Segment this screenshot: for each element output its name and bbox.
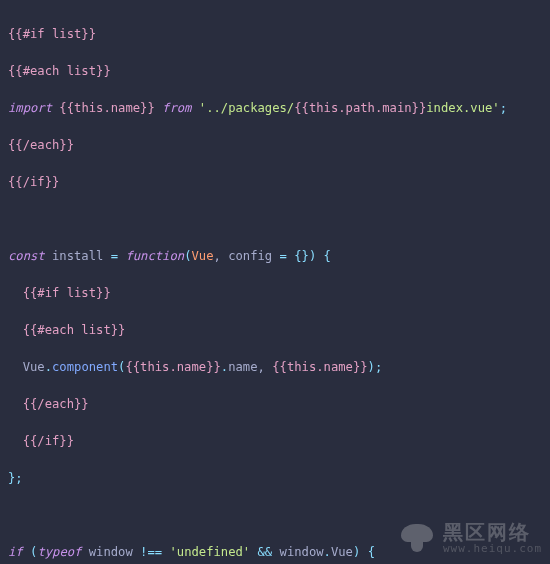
code-line: {{/if}}	[8, 432, 542, 451]
semicolon: ;	[375, 360, 382, 374]
keyword-function: function	[118, 249, 184, 263]
identifier: install	[45, 249, 111, 263]
space	[250, 545, 257, 559]
comma: ,	[258, 360, 273, 374]
mustache-expr: {{this.name}}	[272, 360, 367, 374]
string-quote: '	[191, 101, 206, 115]
identifier: window	[81, 545, 140, 559]
mustache-expr: {{this.path.main}}	[294, 101, 426, 115]
string-quote: '	[492, 101, 499, 115]
code-line: };	[8, 469, 542, 488]
string-undefined: 'undefined'	[169, 545, 250, 559]
code-line: {{#if list}}	[8, 284, 542, 303]
mustache-each-open: {{#each list}}	[8, 64, 111, 78]
mustache-if-open: {{#if list}}	[8, 286, 111, 300]
keyword-typeof: typeof	[37, 545, 81, 559]
string-text: ../packages/	[206, 101, 294, 115]
mustache-if-close: {{/if}}	[8, 175, 59, 189]
dot: .	[45, 360, 52, 374]
code-line: import {{this.name}} from '../packages/{…	[8, 99, 542, 118]
keyword-const: const	[8, 249, 45, 263]
paren-close: )	[309, 249, 324, 263]
keyword-if: if	[8, 545, 23, 559]
semicolon: ;	[500, 101, 507, 115]
code-line: Vue.component({{this.name}}.name, {{this…	[8, 358, 542, 377]
identifier: config	[228, 249, 279, 263]
op-eq: =	[111, 249, 118, 263]
braces-empty: {}	[287, 249, 309, 263]
paren-close: )	[368, 360, 375, 374]
brace-open: {	[368, 545, 375, 559]
code-line: const install = function(Vue, config = {…	[8, 247, 542, 266]
code-line: {{#each list}}	[8, 62, 542, 81]
brace-semicolon: };	[8, 471, 23, 485]
code-line: {{/each}}	[8, 395, 542, 414]
dot: .	[324, 545, 331, 559]
mustache-each-close: {{/each}}	[8, 397, 89, 411]
brace-open: {	[324, 249, 331, 263]
code-line: {{/each}}	[8, 136, 542, 155]
code-line: if (typeof window !== 'undefined' && win…	[8, 543, 542, 562]
keyword-import: import	[8, 101, 52, 115]
paren-open: (	[23, 545, 38, 559]
op-neq: !==	[140, 545, 162, 559]
code-line: {{#each list}}	[8, 321, 542, 340]
identifier: name	[228, 360, 257, 374]
identifier-vue: Vue	[331, 545, 353, 559]
keyword-from: from	[162, 101, 191, 115]
fn-component: component	[52, 360, 118, 374]
identifier-vue: Vue	[191, 249, 213, 263]
code-editor: {{#if list}} {{#each list}} import {{thi…	[0, 0, 550, 564]
blank-line	[8, 210, 542, 229]
code-line: {{/if}}	[8, 173, 542, 192]
string-text: index.vue	[426, 101, 492, 115]
paren-close: )	[353, 545, 368, 559]
mustache-expr: {{this.name}}	[52, 101, 162, 115]
identifier: window	[272, 545, 323, 559]
op-eq: =	[280, 249, 287, 263]
identifier-vue: Vue	[8, 360, 45, 374]
mustache-each-open: {{#each list}}	[8, 323, 125, 337]
code-line: {{#if list}}	[8, 25, 542, 44]
mustache-if-open: {{#if list}}	[8, 27, 96, 41]
mustache-expr: {{this.name}}	[125, 360, 220, 374]
mustache-each-close: {{/each}}	[8, 138, 74, 152]
mustache-if-close: {{/if}}	[8, 434, 74, 448]
blank-line	[8, 506, 542, 525]
op-and: &&	[258, 545, 273, 559]
comma: ,	[213, 249, 228, 263]
